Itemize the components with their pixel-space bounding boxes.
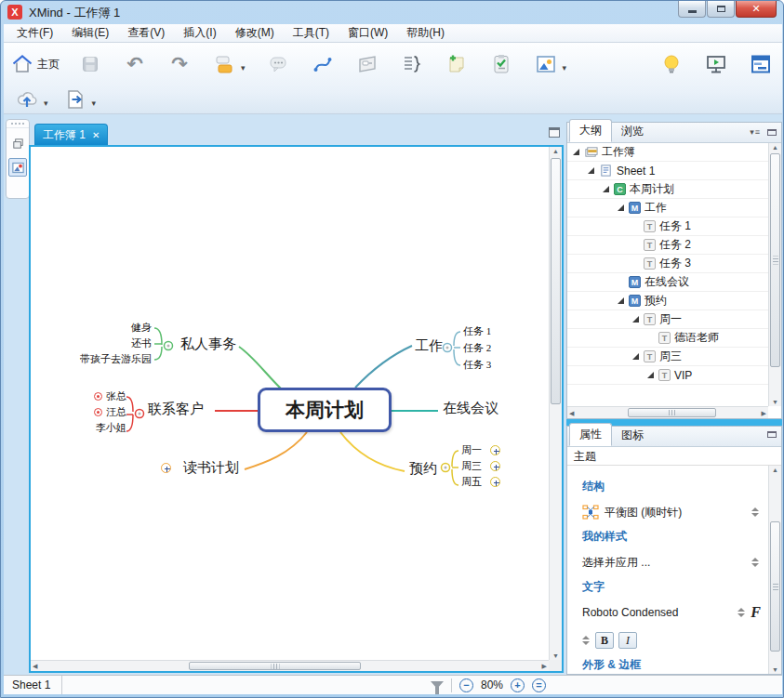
outline-item-vip[interactable]: T VIP — [567, 366, 768, 385]
structure-selector[interactable]: 平衡图 (顺时针) — [582, 501, 764, 523]
subtopic[interactable]: 带孩子去游乐园 — [59, 351, 152, 367]
zoom-out-button[interactable]: − — [459, 678, 473, 692]
menu-help[interactable]: 帮助(H) — [397, 23, 454, 43]
outline-item-sheet[interactable]: Sheet 1 — [567, 162, 768, 180]
structure-stepper[interactable] — [751, 507, 759, 517]
subtopic[interactable]: 周五 — [461, 474, 482, 490]
title-bar[interactable]: X XMind - 工作簿 1 ✕ — [1, 1, 784, 24]
topic-private-affairs[interactable]: 私人事务 — [180, 336, 236, 353]
idea-button[interactable] — [658, 48, 685, 80]
expand-icon[interactable] — [588, 167, 594, 174]
outline-item-german-teacher[interactable]: T 德语老师 — [567, 329, 768, 348]
comment-button[interactable] — [264, 48, 292, 80]
expand-icon[interactable] — [632, 316, 639, 323]
restore-views-button[interactable] — [8, 134, 27, 152]
redo-button[interactable]: ↷ — [166, 48, 193, 80]
maximize-button[interactable] — [707, 1, 735, 18]
central-topic[interactable]: 本周计划 — [258, 388, 392, 432]
properties-vertical-scrollbar[interactable]: ▲ ▼ — [768, 466, 781, 674]
font-stepper[interactable] — [737, 608, 745, 617]
tab-browse[interactable]: 浏览 — [612, 121, 653, 142]
minimize-button[interactable] — [678, 1, 706, 18]
menu-edit[interactable]: 编辑(E) — [62, 23, 118, 43]
canvas-vertical-scrollbar[interactable]: ▲ ▼ — [549, 147, 562, 660]
bold-button[interactable]: B — [595, 632, 614, 649]
outline-item-central[interactable]: C 本周计划 — [567, 180, 768, 199]
insert-topic-button[interactable] — [210, 48, 238, 80]
scrollbar-thumb[interactable] — [551, 158, 561, 404]
outline-item-workbook[interactable]: 工作簿 — [567, 143, 768, 162]
font-size-stepper[interactable] — [582, 636, 590, 645]
italic-button[interactable]: I — [618, 632, 637, 649]
palette-drag-handle[interactable] — [7, 120, 29, 128]
expand-icon[interactable] — [647, 372, 654, 378]
subtopic[interactable]: 周三 — [461, 458, 482, 474]
expand-topic-icon[interactable] — [490, 445, 500, 455]
outline-item-wednesday[interactable]: T 周三 — [567, 348, 768, 366]
export-button[interactable] — [61, 84, 89, 115]
add-note-button[interactable] — [443, 48, 471, 80]
gallery-view-button[interactable] — [8, 158, 27, 177]
expand-icon[interactable] — [632, 353, 639, 360]
topic-work[interactable]: 工作 — [415, 337, 443, 355]
outline-item-monday[interactable]: T 周一 — [567, 310, 768, 329]
image-dropdown-caret[interactable]: ▾ — [563, 63, 567, 72]
expand-icon[interactable] — [603, 186, 609, 192]
tab-markers[interactable]: 图标 — [612, 425, 653, 446]
outline-item-work[interactable]: M 工作 — [567, 199, 768, 217]
gantt-button[interactable] — [747, 48, 775, 80]
outline-item-appointment[interactable]: M 预约 — [567, 292, 768, 310]
scrollbar-thumb[interactable] — [770, 521, 780, 652]
outline-horizontal-scrollbar[interactable]: ◀ ▶ — [567, 406, 768, 418]
menu-file[interactable]: 文件(F) — [7, 23, 62, 43]
subtopic[interactable]: 李小姐 — [96, 420, 126, 436]
minimize-panel-icon[interactable] — [767, 129, 777, 136]
mindmap-canvas[interactable]: 本周计划 私人事务 健身 还书 带孩子去游乐园 联系客户 张总 汪总 李小姐 读… — [31, 147, 549, 660]
menu-view[interactable]: 查看(V) — [118, 23, 174, 43]
topic-dropdown-caret[interactable]: ▾ — [241, 63, 246, 72]
topic-contact-clients[interactable]: 联系客户 — [148, 401, 204, 418]
scrollbar-thumb[interactable] — [628, 408, 716, 417]
scroll-down-icon[interactable]: ▼ — [550, 652, 562, 659]
tab-properties[interactable]: 属性 — [569, 423, 612, 446]
outline-item-task2[interactable]: T 任务 2 — [567, 236, 768, 255]
scrollbar-thumb[interactable] — [189, 662, 361, 670]
summary-button[interactable] — [398, 48, 426, 80]
expand-topic-icon[interactable] — [490, 477, 500, 487]
expand-topic-icon[interactable] — [490, 461, 500, 471]
menu-window[interactable]: 窗口(W) — [339, 23, 397, 43]
save-button[interactable] — [76, 48, 104, 80]
task-button[interactable] — [487, 48, 515, 80]
scroll-left-icon[interactable]: ◀ — [569, 410, 574, 417]
menu-tools[interactable]: 工具(T) — [284, 23, 339, 43]
zoom-reset-button[interactable]: = — [532, 678, 546, 692]
outline-item-task1[interactable]: T 任务 1 — [567, 217, 768, 236]
maximize-editor-button[interactable] — [549, 127, 560, 138]
upload-dropdown-caret[interactable]: ▾ — [44, 99, 48, 108]
subtopic[interactable]: 健身 — [59, 320, 152, 336]
subtopic[interactable]: 任务 3 — [463, 357, 491, 374]
my-style-stepper[interactable] — [751, 558, 759, 567]
floating-palette[interactable] — [6, 119, 30, 199]
subtopic[interactable]: 任务 2 — [463, 340, 491, 357]
export-dropdown-caret[interactable]: ▾ — [92, 99, 97, 108]
canvas-horizontal-scrollbar[interactable]: ◀ ▶ — [31, 660, 549, 671]
subtopic[interactable]: 汪总 — [106, 404, 126, 420]
topic-appointment[interactable]: 预约 — [409, 460, 437, 478]
outline-item-task3[interactable]: T 任务 3 — [567, 255, 768, 273]
outline-vertical-scrollbar[interactable]: ▲ ▼ — [768, 143, 781, 406]
subtopic[interactable]: 还书 — [59, 336, 152, 351]
menu-modify[interactable]: 修改(M) — [226, 23, 284, 43]
font-selector[interactable]: Roboto Condensed F — [582, 601, 764, 624]
sheet-tab[interactable]: Sheet 1 — [4, 676, 62, 694]
font-style-icon[interactable]: F — [751, 604, 761, 621]
expand-icon[interactable] — [573, 149, 579, 155]
expand-icon[interactable] — [618, 297, 624, 304]
view-menu-icon[interactable]: ▾≡ — [750, 127, 761, 137]
subtopic[interactable]: 周一 — [461, 442, 482, 458]
expand-icon[interactable] — [618, 204, 624, 211]
scroll-up-icon[interactable]: ▲ — [769, 467, 781, 473]
my-style-selector[interactable]: 选择并应用 ... — [582, 551, 764, 573]
presentation-button[interactable] — [702, 48, 730, 80]
expand-topic-icon[interactable] — [161, 463, 171, 473]
